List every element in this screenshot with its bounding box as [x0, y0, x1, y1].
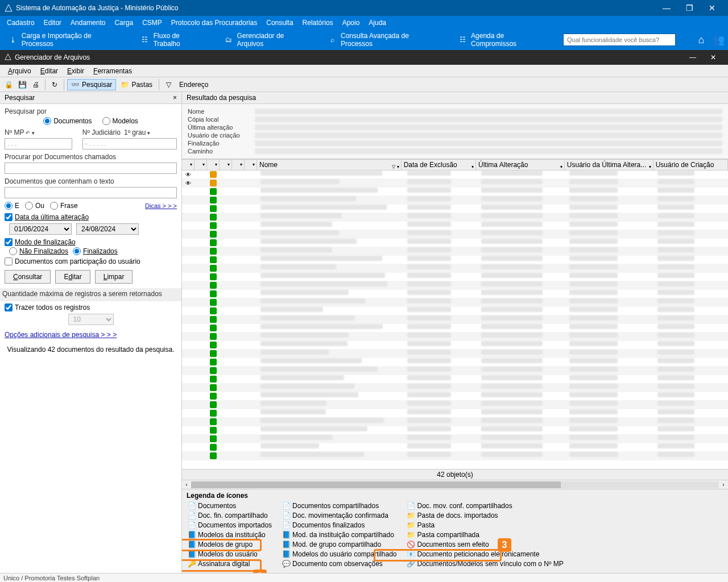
table-row[interactable]	[182, 188, 728, 196]
table-row[interactable]	[182, 418, 728, 426]
fm-tab-endereco[interactable]: Endereço	[176, 80, 212, 90]
table-row[interactable]	[182, 307, 728, 315]
table-row[interactable]	[182, 443, 728, 452]
menu-apoio[interactable]: Apoio	[338, 16, 365, 30]
fm-close-button[interactable]: ✕	[703, 50, 723, 65]
radio-e[interactable]: E	[5, 202, 19, 210]
fm-tab-pesquisar[interactable]: 👓 Pesquisar	[67, 79, 116, 90]
table-row[interactable]	[182, 298, 728, 307]
col-data-excl[interactable]: Data de Exclusão▾	[402, 160, 476, 170]
table-row[interactable]	[182, 358, 728, 367]
table-row[interactable]	[182, 341, 728, 350]
table-row[interactable]	[182, 350, 728, 358]
fm-tb-print-icon[interactable]: 🖨	[30, 78, 42, 91]
radio-modelos[interactable]: Modelos	[102, 117, 138, 125]
fm-menu-arquivo[interactable]: Arquivo	[3, 67, 36, 75]
table-row[interactable]: 👁	[182, 171, 728, 179]
radio-nao-fin[interactable]: Não Finalizados	[9, 247, 68, 255]
menu-editor[interactable]: Editor	[39, 16, 66, 30]
menu-consulta[interactable]: Consulta	[262, 16, 297, 30]
editar-button[interactable]: Editar	[55, 270, 90, 284]
col-ult-alt[interactable]: Última Alteração▾	[476, 160, 565, 170]
function-search-input[interactable]	[563, 34, 676, 46]
fm-tab-pastas[interactable]: 📁 Pastas	[117, 80, 156, 90]
radio-ou[interactable]: Ou	[25, 202, 44, 210]
fm-tb-save-icon[interactable]: 💾	[16, 78, 28, 91]
table-row[interactable]	[182, 315, 728, 324]
menu-ajuda[interactable]: Ajuda	[364, 16, 391, 30]
home-icon[interactable]: ⌂	[696, 35, 706, 45]
gh-dropdown-6[interactable]: ▾	[245, 160, 257, 170]
table-row[interactable]	[182, 409, 728, 418]
table-row[interactable]	[182, 324, 728, 332]
table-row[interactable]	[182, 239, 728, 247]
table-row[interactable]	[182, 247, 728, 256]
check-participacao[interactable]: Documentos com participação do usuário	[5, 257, 177, 265]
gh-dropdown-4[interactable]: ▾	[220, 160, 232, 170]
table-row[interactable]	[182, 452, 728, 460]
check-data-alt[interactable]: Data da última alteração	[5, 213, 177, 221]
table-row[interactable]	[182, 196, 728, 205]
col-usr-cri[interactable]: Usuário de Criação	[653, 160, 728, 170]
contenham-input[interactable]	[5, 187, 177, 198]
table-row[interactable]	[182, 264, 728, 273]
njud-input[interactable]	[82, 138, 177, 149]
table-row[interactable]	[182, 290, 728, 298]
table-row[interactable]	[182, 281, 728, 290]
fm-menu-ferramentas[interactable]: Ferramentas	[89, 67, 136, 75]
col-nome[interactable]: Nome▽ ▾	[257, 160, 402, 170]
menu-cadastro[interactable]: Cadastro	[2, 16, 39, 30]
date-to[interactable]: 24/08/2024	[76, 223, 139, 235]
table-row[interactable]	[182, 367, 728, 375]
table-row[interactable]	[182, 230, 728, 239]
date-from[interactable]: 01/06/2024	[9, 223, 72, 235]
menu-relatorios[interactable]: Relatórios	[298, 16, 338, 30]
procurar-input[interactable]	[5, 163, 177, 174]
h-scrollbar[interactable]: ‹ ›	[182, 480, 728, 489]
opcoes-link[interactable]: Opções adicionais de pesquisa > > >	[5, 331, 117, 339]
table-row[interactable]	[182, 332, 728, 341]
table-row[interactable]	[182, 213, 728, 222]
close-button[interactable]: ✕	[701, 0, 723, 16]
table-row[interactable]	[182, 222, 728, 230]
fm-tb-refresh-icon[interactable]: ↻	[48, 78, 61, 91]
menu-andamento[interactable]: Andamento	[66, 16, 110, 30]
maximize-button[interactable]: ❐	[678, 0, 701, 16]
consultar-button[interactable]: Consultar	[5, 270, 51, 284]
minimize-button[interactable]: —	[655, 0, 678, 16]
scroll-right-icon[interactable]: ›	[719, 481, 728, 488]
radio-fin[interactable]: Finalizados	[73, 247, 118, 255]
limpar-button[interactable]: Limpar	[95, 270, 133, 284]
fm-minimize-button[interactable]: —	[682, 50, 703, 65]
fm-menu-exibir[interactable]: Exibir	[63, 67, 89, 75]
tb-consulta[interactable]: ⌕ Consulta Avançada de Processos	[324, 30, 445, 50]
fm-tb-lock-icon[interactable]: 🔒	[2, 78, 15, 91]
nmp-input[interactable]	[5, 138, 72, 149]
search-close-icon[interactable]: ×	[173, 94, 177, 102]
table-row[interactable]	[182, 401, 728, 409]
gh-dropdown-2[interactable]: ▾	[195, 160, 207, 170]
radio-documentos[interactable]: Documentos	[43, 117, 92, 125]
radio-frase[interactable]: Frase	[50, 202, 78, 210]
dicas-link[interactable]: Dicas > > >	[145, 202, 177, 209]
scroll-left-icon[interactable]: ‹	[182, 481, 191, 488]
check-trazer[interactable]: Trazer todos os registros	[5, 304, 177, 311]
table-row[interactable]	[182, 426, 728, 435]
users-icon[interactable]: 👥	[713, 35, 723, 45]
table-row[interactable]	[182, 273, 728, 281]
table-row[interactable]	[182, 205, 728, 213]
gh-dropdown-5[interactable]: ▾	[232, 160, 245, 170]
col-usr-alt[interactable]: Usuário da Última Altera...▾	[565, 160, 653, 170]
check-modo-fin[interactable]: Modo de finalização	[5, 238, 177, 246]
menu-protocolo[interactable]: Protocolo das Procuradorias	[167, 16, 262, 30]
table-row[interactable]	[182, 375, 728, 384]
tb-fluxo[interactable]: ☷ Fluxo de Trabalho	[136, 30, 211, 50]
table-row[interactable]: 👁	[182, 179, 728, 188]
gh-dropdown-3[interactable]: ▾	[207, 160, 220, 170]
fm-tb-filter-icon[interactable]: ▽	[162, 78, 175, 91]
tb-carga[interactable]: ⭳ Carga e Importação de Processos	[5, 30, 127, 50]
table-row[interactable]	[182, 256, 728, 264]
fm-menu-editar[interactable]: Editar	[36, 67, 63, 75]
table-row[interactable]	[182, 435, 728, 443]
grid-body[interactable]: 👁👁	[182, 171, 728, 469]
